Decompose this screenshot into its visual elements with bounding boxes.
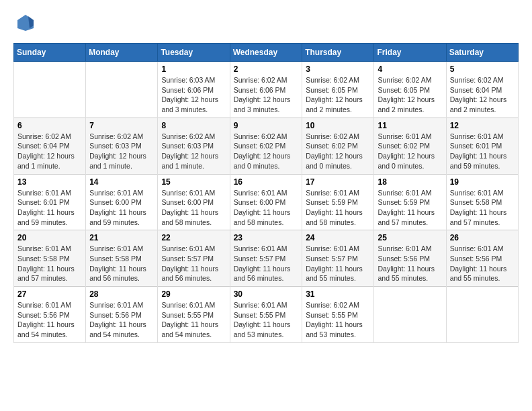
calendar-cell: 31Sunrise: 6:02 AM Sunset: 5:55 PM Dayli… (302, 287, 374, 343)
day-number: 20 (17, 233, 82, 242)
calendar-cell: 11Sunrise: 6:01 AM Sunset: 6:02 PM Dayli… (374, 118, 446, 174)
calendar-cell: 27Sunrise: 6:01 AM Sunset: 5:56 PM Dayli… (14, 287, 86, 343)
header-cell-wednesday: Wednesday (230, 44, 302, 62)
day-info: Sunrise: 6:01 AM Sunset: 5:56 PM Dayligh… (378, 244, 442, 283)
calendar-cell: 25Sunrise: 6:01 AM Sunset: 5:56 PM Dayli… (374, 230, 446, 287)
day-number: 8 (161, 121, 226, 130)
logo-icon (16, 13, 35, 32)
calendar-cell: 8Sunrise: 6:02 AM Sunset: 6:03 PM Daylig… (158, 118, 230, 174)
calendar-table: SundayMondayTuesdayWednesdayThursdayFrid… (13, 43, 519, 343)
day-number: 6 (17, 121, 82, 130)
calendar-cell: 3Sunrise: 6:02 AM Sunset: 6:05 PM Daylig… (302, 62, 374, 118)
day-number: 22 (161, 233, 226, 242)
day-number: 30 (234, 289, 299, 299)
day-info: Sunrise: 6:01 AM Sunset: 5:55 PM Dayligh… (161, 300, 226, 340)
day-number: 25 (378, 233, 442, 242)
calendar-cell: 23Sunrise: 6:01 AM Sunset: 5:57 PM Dayli… (230, 230, 302, 287)
calendar-cell: 1Sunrise: 6:03 AM Sunset: 6:06 PM Daylig… (158, 62, 230, 118)
calendar-cell: 19Sunrise: 6:01 AM Sunset: 5:58 PM Dayli… (446, 174, 518, 230)
day-info: Sunrise: 6:02 AM Sunset: 6:03 PM Dayligh… (161, 132, 226, 171)
day-info: Sunrise: 6:02 AM Sunset: 6:04 PM Dayligh… (450, 75, 515, 115)
calendar-cell: 24Sunrise: 6:01 AM Sunset: 5:57 PM Dayli… (302, 230, 374, 287)
day-info: Sunrise: 6:01 AM Sunset: 6:02 PM Dayligh… (378, 132, 442, 171)
day-number: 17 (306, 177, 370, 187)
day-number: 31 (306, 289, 370, 299)
day-number: 18 (378, 177, 442, 187)
calendar-cell: 12Sunrise: 6:01 AM Sunset: 6:01 PM Dayli… (446, 118, 518, 174)
calendar-body: 1Sunrise: 6:03 AM Sunset: 6:06 PM Daylig… (14, 62, 519, 343)
day-number: 12 (450, 121, 515, 130)
day-number: 3 (306, 64, 370, 74)
day-number: 4 (378, 64, 442, 74)
day-number: 29 (161, 289, 226, 299)
calendar-cell (14, 62, 86, 118)
day-info: Sunrise: 6:01 AM Sunset: 6:00 PM Dayligh… (89, 188, 154, 228)
calendar-cell: 26Sunrise: 6:01 AM Sunset: 5:56 PM Dayli… (446, 230, 518, 287)
header-cell-tuesday: Tuesday (158, 44, 230, 62)
day-number: 1 (161, 64, 226, 74)
calendar-cell (86, 62, 158, 118)
day-info: Sunrise: 6:02 AM Sunset: 6:05 PM Dayligh… (306, 75, 370, 115)
day-info: Sunrise: 6:01 AM Sunset: 5:57 PM Dayligh… (234, 244, 299, 283)
day-info: Sunrise: 6:01 AM Sunset: 5:59 PM Dayligh… (306, 188, 370, 228)
day-info: Sunrise: 6:02 AM Sunset: 6:02 PM Dayligh… (234, 132, 299, 171)
calendar-cell: 30Sunrise: 6:01 AM Sunset: 5:55 PM Dayli… (230, 287, 302, 343)
day-number: 23 (234, 233, 299, 242)
day-number: 2 (234, 64, 299, 74)
day-info: Sunrise: 6:01 AM Sunset: 5:59 PM Dayligh… (378, 188, 442, 228)
day-info: Sunrise: 6:01 AM Sunset: 6:01 PM Dayligh… (17, 188, 82, 228)
calendar-cell: 18Sunrise: 6:01 AM Sunset: 5:59 PM Dayli… (374, 174, 446, 230)
header-row: SundayMondayTuesdayWednesdayThursdayFrid… (14, 44, 519, 62)
header-cell-thursday: Thursday (302, 44, 374, 62)
day-info: Sunrise: 6:01 AM Sunset: 5:56 PM Dayligh… (450, 244, 515, 283)
week-row-1: 1Sunrise: 6:03 AM Sunset: 6:06 PM Daylig… (14, 62, 519, 118)
day-info: Sunrise: 6:02 AM Sunset: 6:03 PM Dayligh… (89, 132, 154, 171)
header-cell-sunday: Sunday (14, 44, 86, 62)
day-number: 16 (234, 177, 299, 187)
day-number: 9 (234, 121, 299, 130)
day-number: 24 (306, 233, 370, 242)
day-info: Sunrise: 6:01 AM Sunset: 5:58 PM Dayligh… (17, 244, 82, 283)
week-row-3: 13Sunrise: 6:01 AM Sunset: 6:01 PM Dayli… (14, 174, 519, 230)
calendar-cell: 22Sunrise: 6:01 AM Sunset: 5:57 PM Dayli… (158, 230, 230, 287)
day-info: Sunrise: 6:01 AM Sunset: 5:56 PM Dayligh… (17, 300, 82, 340)
day-info: Sunrise: 6:02 AM Sunset: 5:55 PM Dayligh… (306, 300, 370, 340)
day-number: 14 (89, 177, 154, 187)
calendar-cell: 10Sunrise: 6:02 AM Sunset: 6:02 PM Dayli… (302, 118, 374, 174)
calendar-cell: 16Sunrise: 6:01 AM Sunset: 6:00 PM Dayli… (230, 174, 302, 230)
day-number: 10 (306, 121, 370, 130)
day-number: 28 (89, 289, 154, 299)
calendar-cell: 7Sunrise: 6:02 AM Sunset: 6:03 PM Daylig… (86, 118, 158, 174)
calendar-cell: 14Sunrise: 6:01 AM Sunset: 6:00 PM Dayli… (86, 174, 158, 230)
day-info: Sunrise: 6:01 AM Sunset: 6:00 PM Dayligh… (161, 188, 226, 228)
calendar-cell: 5Sunrise: 6:02 AM Sunset: 6:04 PM Daylig… (446, 62, 518, 118)
day-number: 27 (17, 289, 82, 299)
calendar-cell: 17Sunrise: 6:01 AM Sunset: 5:59 PM Dayli… (302, 174, 374, 230)
header-cell-monday: Monday (86, 44, 158, 62)
calendar-cell: 2Sunrise: 6:02 AM Sunset: 6:06 PM Daylig… (230, 62, 302, 118)
day-number: 11 (378, 121, 442, 130)
day-info: Sunrise: 6:01 AM Sunset: 5:58 PM Dayligh… (450, 188, 515, 228)
day-info: Sunrise: 6:01 AM Sunset: 5:55 PM Dayligh… (234, 300, 299, 340)
page-header (13, 13, 519, 32)
day-number: 21 (89, 233, 154, 242)
calendar-cell: 4Sunrise: 6:02 AM Sunset: 6:05 PM Daylig… (374, 62, 446, 118)
calendar-cell (374, 287, 446, 343)
logo (13, 13, 35, 32)
day-number: 26 (450, 233, 515, 242)
day-info: Sunrise: 6:01 AM Sunset: 5:57 PM Dayligh… (161, 244, 226, 283)
week-row-5: 27Sunrise: 6:01 AM Sunset: 5:56 PM Dayli… (14, 287, 519, 343)
day-number: 13 (17, 177, 82, 187)
day-info: Sunrise: 6:01 AM Sunset: 5:57 PM Dayligh… (306, 244, 370, 283)
day-info: Sunrise: 6:03 AM Sunset: 6:06 PM Dayligh… (161, 75, 226, 115)
week-row-2: 6Sunrise: 6:02 AM Sunset: 6:04 PM Daylig… (14, 118, 519, 174)
calendar-cell: 9Sunrise: 6:02 AM Sunset: 6:02 PM Daylig… (230, 118, 302, 174)
day-number: 15 (161, 177, 226, 187)
day-info: Sunrise: 6:01 AM Sunset: 5:56 PM Dayligh… (89, 300, 154, 340)
day-info: Sunrise: 6:02 AM Sunset: 6:05 PM Dayligh… (378, 75, 442, 115)
day-info: Sunrise: 6:02 AM Sunset: 6:02 PM Dayligh… (306, 132, 370, 171)
day-info: Sunrise: 6:01 AM Sunset: 5:58 PM Dayligh… (89, 244, 154, 283)
header-cell-friday: Friday (374, 44, 446, 62)
calendar-cell (446, 287, 518, 343)
calendar-cell: 20Sunrise: 6:01 AM Sunset: 5:58 PM Dayli… (14, 230, 86, 287)
